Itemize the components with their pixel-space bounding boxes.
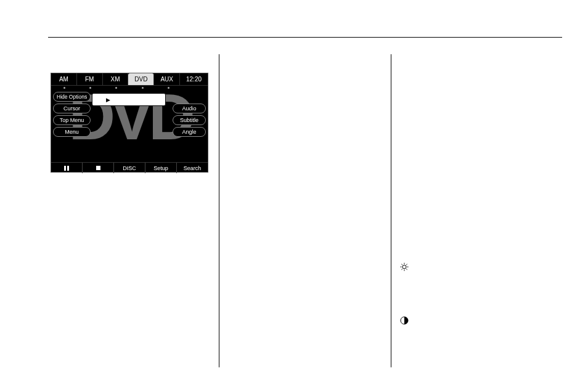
column-1: AM FM XM DVD AUX 12:20 DVD	[48, 54, 219, 367]
column-3	[391, 54, 562, 367]
audio-button[interactable]: Audio	[173, 104, 206, 113]
hide-options-button[interactable]: Hide Options	[53, 92, 91, 102]
dvd-top-tabs: AM FM XM DVD AUX 12:20	[51, 73, 208, 86]
tab-xm[interactable]: XM	[103, 73, 129, 85]
svg-line-7	[401, 269, 402, 269]
contrast-icon	[400, 316, 409, 325]
cursor-field[interactable]: ▶	[92, 93, 166, 106]
dvd-screen-graphic: AM FM XM DVD AUX 12:20 DVD	[51, 73, 208, 173]
angle-button[interactable]: Angle	[173, 127, 206, 137]
svg-line-6	[406, 269, 407, 269]
top-menu-button[interactable]: Top Menu	[53, 115, 91, 125]
dvd-bottom-row: DISC Setup Search	[51, 162, 208, 173]
play-icon: ▶	[106, 97, 110, 103]
svg-point-0	[402, 265, 406, 269]
cursor-button[interactable]: Cursor	[53, 104, 91, 113]
pause-icon	[64, 166, 69, 171]
dvd-middle-area: DVD ▶ Hide Options Cursor Top Menu Menu …	[51, 89, 208, 162]
horizontal-rule	[48, 37, 562, 38]
stop-button[interactable]	[83, 163, 114, 173]
tab-dvd[interactable]: DVD	[128, 73, 154, 85]
tab-fm[interactable]: FM	[77, 73, 103, 85]
brightness-icon	[400, 263, 409, 271]
column-2	[219, 54, 390, 367]
left-button-column: Hide Options Cursor Top Menu Menu	[53, 92, 91, 137]
search-button[interactable]: Search	[177, 163, 208, 173]
tab-aux[interactable]: AUX	[154, 73, 180, 85]
stop-icon	[96, 166, 100, 170]
pause-button[interactable]	[51, 163, 83, 173]
page: AM FM XM DVD AUX 12:20 DVD	[0, 0, 588, 392]
subtitle-button[interactable]: Subtitle	[173, 115, 206, 125]
tab-am[interactable]: AM	[51, 73, 77, 85]
menu-button[interactable]: Menu	[53, 127, 91, 137]
right-button-column: Audio Subtitle Angle	[173, 104, 206, 137]
svg-line-5	[401, 264, 402, 264]
columns: AM FM XM DVD AUX 12:20 DVD	[48, 54, 562, 367]
setup-button[interactable]: Setup	[145, 163, 177, 173]
disc-button[interactable]: DISC	[114, 163, 145, 173]
clock-display: 12:20	[180, 73, 208, 85]
svg-line-8	[406, 264, 407, 264]
